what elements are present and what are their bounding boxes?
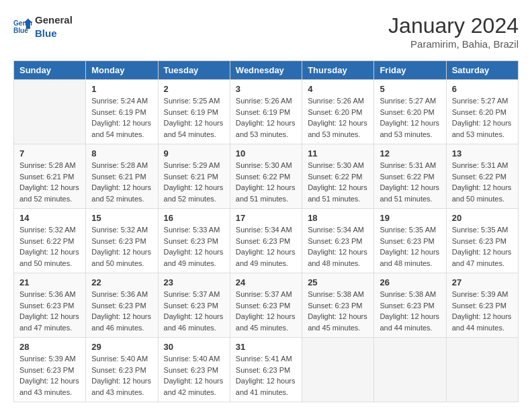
- cell-w2-d2: 8Sunrise: 5:28 AM Sunset: 6:21 PM Daylig…: [86, 144, 158, 209]
- day-number: 12: [380, 148, 440, 158]
- cell-w2-d5: 11Sunrise: 5:30 AM Sunset: 6:22 PM Dayli…: [302, 144, 374, 209]
- day-number: 19: [380, 213, 440, 223]
- day-info: Sunrise: 5:32 AM Sunset: 6:22 PM Dayligh…: [19, 224, 80, 269]
- day-info: Sunrise: 5:36 AM Sunset: 6:23 PM Dayligh…: [91, 289, 152, 333]
- cell-w2-d4: 10Sunrise: 5:30 AM Sunset: 6:22 PM Dayli…: [230, 144, 302, 209]
- day-info: Sunrise: 5:37 AM Sunset: 6:23 PM Dayligh…: [236, 289, 296, 333]
- day-number: 14: [19, 213, 80, 223]
- week-row-2: 7Sunrise: 5:28 AM Sunset: 6:21 PM Daylig…: [14, 144, 519, 209]
- day-info: Sunrise: 5:40 AM Sunset: 6:23 PM Dayligh…: [91, 353, 152, 398]
- cell-w1-d2: 1Sunrise: 5:24 AM Sunset: 6:19 PM Daylig…: [86, 80, 158, 144]
- day-number: 1: [91, 84, 152, 94]
- cell-w1-d4: 3Sunrise: 5:26 AM Sunset: 6:19 PM Daylig…: [230, 80, 302, 144]
- day-info: Sunrise: 5:26 AM Sunset: 6:19 PM Dayligh…: [236, 95, 296, 140]
- cell-w5-d6: [374, 338, 446, 402]
- day-number: 18: [308, 213, 368, 223]
- day-number: 5: [380, 84, 440, 94]
- cell-w5-d5: [302, 338, 374, 402]
- day-info: Sunrise: 5:24 AM Sunset: 6:19 PM Dayligh…: [91, 95, 152, 140]
- header-sunday: Sunday: [14, 61, 86, 80]
- week-row-5: 28Sunrise: 5:39 AM Sunset: 6:23 PM Dayli…: [14, 338, 519, 402]
- cell-w5-d1: 28Sunrise: 5:39 AM Sunset: 6:23 PM Dayli…: [14, 338, 86, 402]
- cell-w5-d4: 31Sunrise: 5:41 AM Sunset: 6:23 PM Dayli…: [230, 338, 302, 402]
- day-number: 21: [19, 277, 80, 287]
- day-info: Sunrise: 5:39 AM Sunset: 6:23 PM Dayligh…: [19, 353, 80, 398]
- day-info: Sunrise: 5:35 AM Sunset: 6:23 PM Dayligh…: [380, 224, 440, 269]
- week-row-1: 1Sunrise: 5:24 AM Sunset: 6:19 PM Daylig…: [14, 80, 519, 144]
- cell-w4-d3: 23Sunrise: 5:37 AM Sunset: 6:23 PM Dayli…: [158, 273, 230, 338]
- logo-icon: General Blue: [13, 17, 32, 36]
- day-info: Sunrise: 5:28 AM Sunset: 6:21 PM Dayligh…: [19, 160, 80, 204]
- cell-w3-d1: 14Sunrise: 5:32 AM Sunset: 6:22 PM Dayli…: [14, 209, 86, 273]
- day-number: 24: [236, 277, 296, 287]
- day-number: 16: [164, 213, 224, 223]
- day-info: Sunrise: 5:38 AM Sunset: 6:23 PM Dayligh…: [380, 289, 440, 333]
- cell-w3-d3: 16Sunrise: 5:33 AM Sunset: 6:23 PM Dayli…: [158, 209, 230, 273]
- cell-w2-d1: 7Sunrise: 5:28 AM Sunset: 6:21 PM Daylig…: [14, 144, 86, 209]
- day-number: 27: [452, 277, 513, 287]
- cell-w4-d7: 27Sunrise: 5:39 AM Sunset: 6:23 PM Dayli…: [446, 273, 518, 338]
- day-number: 11: [308, 148, 368, 158]
- title-block: January 2024 Paramirim, Bahia, Brazil: [388, 13, 519, 50]
- day-info: Sunrise: 5:34 AM Sunset: 6:23 PM Dayligh…: [308, 224, 368, 269]
- cell-w3-d5: 18Sunrise: 5:34 AM Sunset: 6:23 PM Dayli…: [302, 209, 374, 273]
- day-number: 9: [164, 148, 224, 158]
- cell-w2-d3: 9Sunrise: 5:29 AM Sunset: 6:21 PM Daylig…: [158, 144, 230, 209]
- day-info: Sunrise: 5:29 AM Sunset: 6:21 PM Dayligh…: [164, 160, 224, 204]
- day-info: Sunrise: 5:37 AM Sunset: 6:23 PM Dayligh…: [164, 289, 224, 333]
- day-info: Sunrise: 5:27 AM Sunset: 6:20 PM Dayligh…: [452, 95, 513, 140]
- day-number: 25: [308, 277, 368, 287]
- cell-w1-d5: 4Sunrise: 5:26 AM Sunset: 6:20 PM Daylig…: [302, 80, 374, 144]
- header-thursday: Thursday: [302, 61, 374, 80]
- cell-w2-d6: 12Sunrise: 5:31 AM Sunset: 6:22 PM Dayli…: [374, 144, 446, 209]
- day-number: 26: [380, 277, 440, 287]
- logo-line1: General: [35, 13, 73, 27]
- day-number: 13: [452, 148, 513, 158]
- day-info: Sunrise: 5:38 AM Sunset: 6:23 PM Dayligh…: [308, 289, 368, 333]
- day-info: Sunrise: 5:27 AM Sunset: 6:20 PM Dayligh…: [380, 95, 440, 140]
- day-number: 22: [91, 277, 152, 287]
- day-info: Sunrise: 5:32 AM Sunset: 6:23 PM Dayligh…: [91, 224, 152, 269]
- day-info: Sunrise: 5:31 AM Sunset: 6:22 PM Dayligh…: [452, 160, 513, 204]
- day-number: 17: [236, 213, 296, 223]
- header-friday: Friday: [374, 61, 446, 80]
- day-number: 10: [236, 148, 296, 158]
- header-saturday: Saturday: [446, 61, 518, 80]
- day-number: 2: [164, 84, 224, 94]
- day-number: 23: [164, 277, 224, 287]
- day-number: 20: [452, 213, 513, 223]
- cell-w1-d1: [14, 80, 86, 144]
- day-info: Sunrise: 5:25 AM Sunset: 6:19 PM Dayligh…: [164, 95, 224, 140]
- day-info: Sunrise: 5:34 AM Sunset: 6:23 PM Dayligh…: [236, 224, 296, 269]
- day-info: Sunrise: 5:33 AM Sunset: 6:23 PM Dayligh…: [164, 224, 224, 269]
- day-number: 31: [236, 342, 296, 352]
- header-row: SundayMondayTuesdayWednesdayThursdayFrid…: [14, 61, 519, 80]
- cell-w2-d7: 13Sunrise: 5:31 AM Sunset: 6:22 PM Dayli…: [446, 144, 518, 209]
- day-info: Sunrise: 5:28 AM Sunset: 6:21 PM Dayligh…: [91, 160, 152, 204]
- week-row-4: 21Sunrise: 5:36 AM Sunset: 6:23 PM Dayli…: [14, 273, 519, 338]
- day-number: 29: [91, 342, 152, 352]
- day-number: 6: [452, 84, 513, 94]
- day-info: Sunrise: 5:39 AM Sunset: 6:23 PM Dayligh…: [452, 289, 513, 333]
- day-info: Sunrise: 5:35 AM Sunset: 6:23 PM Dayligh…: [452, 224, 513, 269]
- header-monday: Monday: [86, 61, 158, 80]
- day-info: Sunrise: 5:41 AM Sunset: 6:23 PM Dayligh…: [236, 353, 296, 398]
- logo: General Blue General Blue: [13, 13, 73, 40]
- day-number: 15: [91, 213, 152, 223]
- calendar-table: SundayMondayTuesdayWednesdayThursdayFrid…: [13, 60, 519, 402]
- main-title: January 2024: [388, 13, 519, 38]
- cell-w4-d1: 21Sunrise: 5:36 AM Sunset: 6:23 PM Dayli…: [14, 273, 86, 338]
- cell-w1-d6: 5Sunrise: 5:27 AM Sunset: 6:20 PM Daylig…: [374, 80, 446, 144]
- day-number: 30: [164, 342, 224, 352]
- cell-w4-d5: 25Sunrise: 5:38 AM Sunset: 6:23 PM Dayli…: [302, 273, 374, 338]
- cell-w5-d7: [446, 338, 518, 402]
- day-info: Sunrise: 5:26 AM Sunset: 6:20 PM Dayligh…: [308, 95, 368, 140]
- header-wednesday: Wednesday: [230, 61, 302, 80]
- day-info: Sunrise: 5:30 AM Sunset: 6:22 PM Dayligh…: [236, 160, 296, 204]
- day-info: Sunrise: 5:31 AM Sunset: 6:22 PM Dayligh…: [380, 160, 440, 204]
- day-number: 4: [308, 84, 368, 94]
- day-number: 3: [236, 84, 296, 94]
- day-info: Sunrise: 5:36 AM Sunset: 6:23 PM Dayligh…: [19, 289, 80, 333]
- cell-w1-d7: 6Sunrise: 5:27 AM Sunset: 6:20 PM Daylig…: [446, 80, 518, 144]
- day-number: 8: [91, 148, 152, 158]
